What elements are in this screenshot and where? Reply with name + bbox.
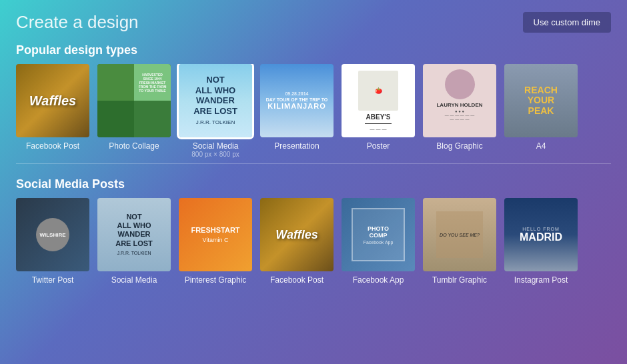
design-item-twitter-post[interactable]: WILSHIRE Twitter Post [16, 198, 89, 285]
label-photo-collage: Photo Collage [109, 141, 159, 151]
facebook-app-sub: Facebook App [364, 240, 394, 245]
design-item-poster[interactable]: 🍅 ABEY'S — — — Poster [342, 64, 415, 158]
thumbnail-poster: 🍅 ABEY'S — — — [342, 64, 415, 137]
pinterest-text: FRESHSTARTVitamin C [191, 225, 239, 245]
thumbnail-facebook-post2 [260, 198, 334, 271]
label-social-media2: Social Media [111, 275, 157, 285]
thumbnail-photo-collage: HARVESTED SINCE 1944FRESH MARKETFROM THE… [97, 64, 171, 137]
label-presentation: Presentation [274, 141, 319, 151]
label-poster: Poster [367, 141, 390, 151]
label-pinterest: Pinterest Graphic [185, 275, 247, 285]
design-item-photo-collage[interactable]: HARVESTED SINCE 1944FRESH MARKETFROM THE… [97, 64, 171, 158]
design-item-facebook-post[interactable]: Facebook Post [16, 64, 89, 158]
thumbnail-a4: REACHYOURPEAK [504, 64, 578, 137]
section-divider [16, 163, 611, 164]
design-item-social-media[interactable]: NOTALL WHOWANDERARE LOSTJ.R.R. TOLKIEN S… [179, 64, 252, 158]
label-twitter-post: Twitter Post [32, 275, 74, 285]
design-item-presentation[interactable]: 09.28.2014 DAY TOUR OF THE TRIP TO KILIM… [260, 64, 334, 158]
header: Create a design Use custom dime [0, 0, 627, 39]
social-media-text: NOTALL WHOWANDERARE LOSTJ.R.R. TOLKIEN [193, 75, 237, 127]
social-design-grid: WILSHIRE Twitter Post NOTALL WHOWANDERAR… [0, 198, 627, 285]
design-item-facebook-app[interactable]: PHOTOCOMP Facebook App Facebook App [342, 198, 415, 285]
page-title: Create a design [16, 12, 139, 33]
design-item-facebook-post2[interactable]: Facebook Post [260, 198, 334, 285]
thumbnail-tumblr: DO YOU SEE ME? [423, 198, 496, 271]
thumbnail-social-media: NOTALL WHOWANDERARE LOSTJ.R.R. TOLKIEN [179, 64, 252, 137]
design-item-blog-graphic[interactable]: LAURYN HOLDEN ● ● ●— — — — — —— — — — Bl… [423, 64, 496, 158]
instagram-hello: HELLO FROM [522, 227, 560, 231]
thumbnail-instagram: HELLO FROM MADRID [504, 198, 578, 271]
facebook-app-title: PHOTOCOMP [368, 225, 389, 239]
tumblr-text: DO YOU SEE ME? [440, 233, 480, 237]
design-item-social-media2[interactable]: NOTALL WHOWANDERARE LOSTJ.R.R. TOLKIEN S… [97, 198, 171, 285]
label-tumblr: Tumblr Graphic [432, 275, 487, 285]
label-instagram: Instagram Post [514, 275, 568, 285]
thumbnail-facebook-app: PHOTOCOMP Facebook App [342, 198, 415, 271]
thumbnail-facebook-post [16, 64, 89, 137]
popular-design-grid: Facebook Post HARVESTED SINCE 1944FRESH … [0, 64, 627, 158]
thumbnail-presentation: 09.28.2014 DAY TOUR OF THE TRIP TO KILIM… [260, 64, 334, 137]
twitter-circle: WILSHIRE [36, 218, 69, 251]
popular-section-title: Popular design types [0, 39, 627, 64]
app-container: Create a design Use custom dime Popular … [0, 0, 627, 285]
a4-text: REACHYOURPEAK [524, 85, 558, 116]
social-section-title: Social Media Posts [0, 173, 627, 198]
thumbnail-pinterest: FRESHSTARTVitamin C [179, 198, 252, 271]
social-media2-text: NOTALL WHOWANDERARE LOSTJ.R.R. TOLKIEN [115, 213, 153, 257]
label-facebook-app: Facebook App [353, 275, 404, 285]
presentation-text: 09.28.2014 DAY TOUR OF THE TRIP TO KILIM… [266, 91, 328, 110]
social-section: Social Media Posts WILSHIRE Twitter Post… [0, 173, 627, 285]
sublabel-social-media: 800 px × 800 px [191, 151, 239, 158]
label-social-media: Social Media [193, 141, 239, 151]
popular-section: Popular design types Facebook Post HARVE… [0, 39, 627, 158]
design-item-instagram[interactable]: HELLO FROM MADRID Instagram Post [504, 198, 578, 285]
blog-graphic-text: LAURYN HOLDEN [428, 102, 491, 108]
label-facebook-post2: Facebook Post [270, 275, 324, 285]
thumbnail-social-media2: NOTALL WHOWANDERARE LOSTJ.R.R. TOLKIEN [97, 198, 171, 271]
label-facebook-post: Facebook Post [26, 141, 79, 151]
design-item-pinterest[interactable]: FRESHSTARTVitamin C Pinterest Graphic [179, 198, 252, 285]
design-item-tumblr[interactable]: DO YOU SEE ME? Tumblr Graphic [423, 198, 496, 285]
label-blog-graphic: Blog Graphic [436, 141, 482, 151]
label-a4: A4 [536, 141, 546, 151]
design-item-a4[interactable]: REACHYOURPEAK A4 [504, 64, 578, 158]
thumbnail-blog-graphic: LAURYN HOLDEN ● ● ●— — — — — —— — — — [423, 64, 496, 137]
thumbnail-twitter-post: WILSHIRE [16, 198, 89, 271]
custom-dimension-button[interactable]: Use custom dime [523, 12, 611, 33]
instagram-city: MADRID [520, 231, 562, 243]
poster-name: ABEY'S [366, 113, 391, 121]
